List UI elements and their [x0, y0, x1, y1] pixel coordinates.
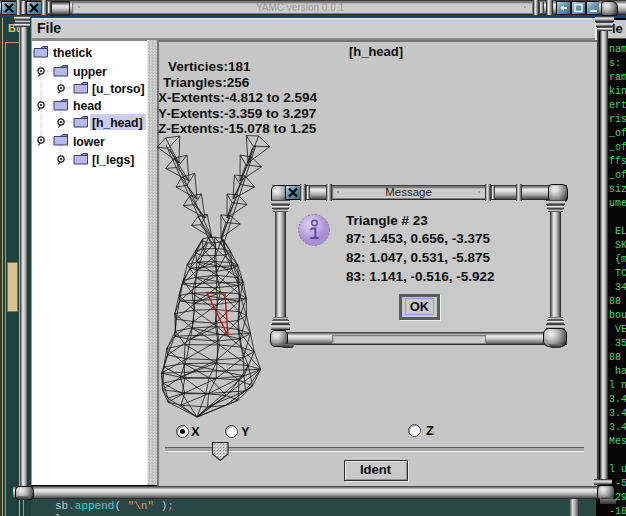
- svg-text:[l_legs]: [l_legs]: [92, 153, 134, 167]
- svg-text:thetick: thetick: [53, 46, 92, 60]
- svg-text:upper: upper: [73, 65, 107, 79]
- svg-text:[h_head]: [h_head]: [92, 116, 142, 130]
- svg-text:lower: lower: [73, 135, 105, 149]
- svg-text:[u_torso]: [u_torso]: [92, 82, 144, 96]
- svg-text:head: head: [73, 99, 101, 113]
